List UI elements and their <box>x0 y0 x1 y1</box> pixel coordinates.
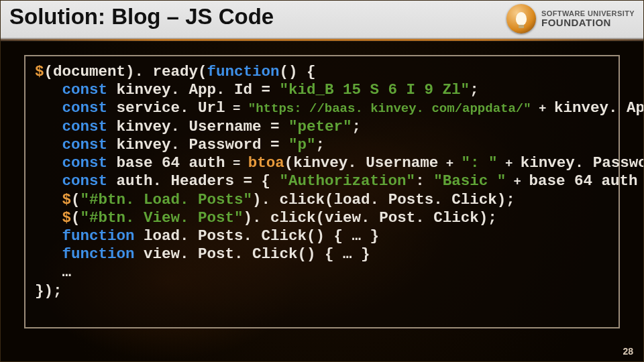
code-line: … <box>35 263 609 282</box>
code-line: $("#btn. View. Post"). click(view. Post.… <box>35 209 609 227</box>
lightbulb-icon <box>506 4 536 34</box>
logo-text-line2: FOUNDATION <box>541 17 635 27</box>
code-line: const kinvey. Username = "peter"; <box>35 118 609 136</box>
code-line: function load. Posts. Click() { … } <box>35 227 609 245</box>
code-line: const kinvey. Password = "p"; <box>35 136 609 154</box>
code-line: $("#btn. Load. Posts"). click(load. Post… <box>35 191 609 209</box>
code-line: const base 64 auth = btoa(kinvey. Userna… <box>35 154 609 172</box>
title-underline <box>0 39 644 41</box>
code-block: $(document). ready(function() { const ki… <box>24 55 620 328</box>
code-line: const kinvey. App. Id = "kid_B 15 S 6 I … <box>35 81 609 99</box>
code-line: const service. Url = "https: //baas. kin… <box>35 99 609 117</box>
slide-title: Solution: Blog – JS Code <box>9 4 274 29</box>
code-line: $(document). ready(function() { <box>35 63 609 81</box>
page-number: 28 <box>623 346 633 357</box>
code-line: }); <box>35 282 609 300</box>
logo: SOFTWARE UNIVERSITY FOUNDATION <box>506 4 635 34</box>
code-line: function view. Post. Click() { … } <box>35 245 609 263</box>
code-line: const auth. Headers = { "Authorization":… <box>35 172 609 190</box>
